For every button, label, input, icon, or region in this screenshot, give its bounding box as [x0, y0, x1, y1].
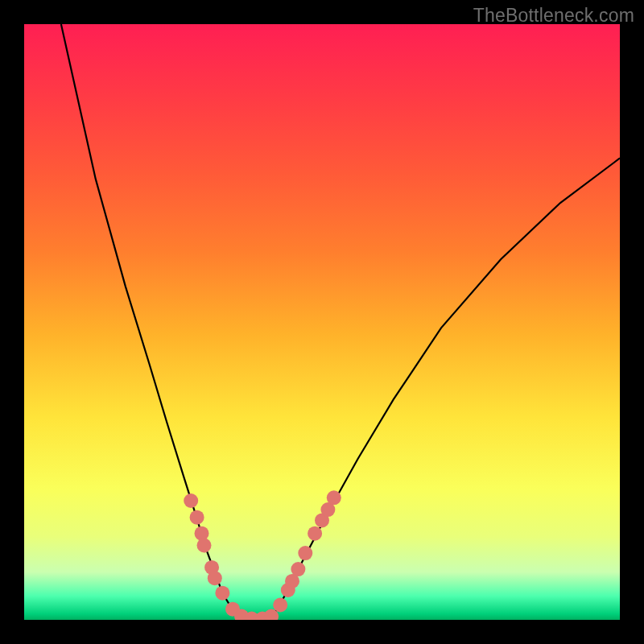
curve-marker [190, 510, 204, 525]
curve-marker [215, 586, 229, 601]
curve-marker [195, 526, 209, 541]
chart-frame: TheBottleneck.com [0, 0, 644, 644]
bottleneck-curve [61, 24, 620, 618]
curve-marker [308, 526, 322, 541]
curve-marker [298, 546, 312, 560]
curve-marker [208, 571, 222, 585]
chart-svg [24, 24, 620, 620]
curve-marker [197, 539, 212, 553]
watermark-text: TheBottleneck.com [473, 5, 634, 27]
plot-area [24, 24, 620, 620]
curve-marker [184, 493, 198, 508]
curve-marker [273, 598, 287, 613]
curve-markers [184, 490, 341, 620]
curve-marker [327, 490, 341, 505]
curve-marker [291, 562, 305, 576]
